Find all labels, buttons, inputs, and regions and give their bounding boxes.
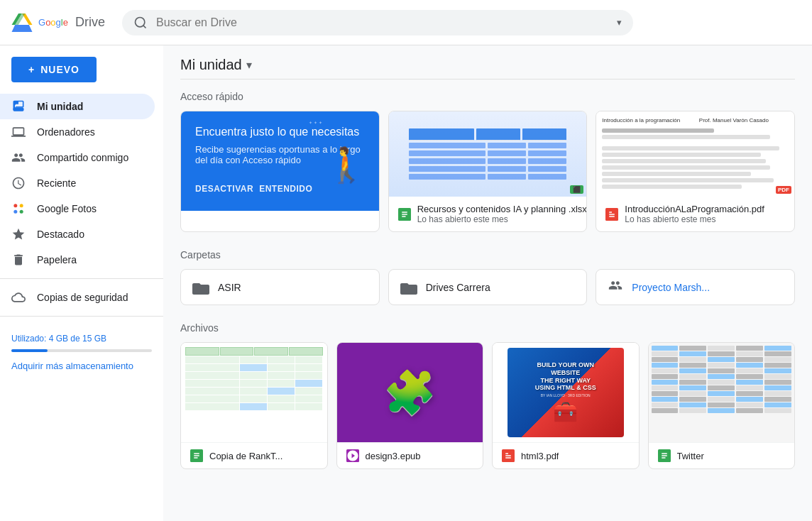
google-drive-logo[interactable]: Google Drive: [11, 13, 105, 32]
layout: + NUEVO Mi unidad Ordenadores Compartido…: [0, 45, 812, 521]
svg-rect-6: [13, 108, 24, 111]
files-grid: Copia de RankT... 🧩 design3.epub: [180, 342, 795, 469]
twitter-preview-rows: [652, 346, 792, 413]
html3-filename: html3.pdf: [521, 451, 559, 461]
xlsx-info: Recursos y contenidos IA y planning .xls…: [389, 197, 587, 231]
sidebar-label-trash: Papelera: [37, 254, 77, 265]
svg-point-10: [20, 210, 23, 214]
folders-title: Carpetas: [180, 249, 795, 260]
sidebar-label-recent: Reciente: [37, 177, 76, 189]
search-dropdown-icon[interactable]: ▾: [617, 17, 622, 28]
sidebar-label-computers: Ordenadores: [37, 126, 95, 138]
quick-access-grid: ✦ ✦ ✦ Encuentra justo lo que necesitas R…: [180, 111, 795, 232]
twitter-sheets-icon: [657, 449, 671, 463]
rankt-thumbnail: [181, 343, 327, 442]
recent-icon: [11, 176, 26, 190]
quick-card-pdf[interactable]: Introducción a la programación Prof. Man…: [596, 111, 795, 232]
sidebar: + NUEVO Mi unidad Ordenadores Compartido…: [0, 45, 163, 521]
promo-title: Encuentra justo lo que necesitas: [195, 126, 365, 138]
sidebar-item-starred[interactable]: Destacado: [0, 221, 155, 247]
sidebar-item-recent[interactable]: Reciente: [0, 170, 155, 196]
pdf-icon: [605, 207, 619, 221]
sidebar-separator: [0, 278, 163, 279]
html3-info: html3.pdf: [493, 442, 639, 468]
svg-point-7: [13, 204, 17, 207]
deactivate-button[interactable]: DESACTIVAR: [195, 181, 253, 197]
file-rankt[interactable]: Copia de RankT...: [180, 342, 328, 469]
twitter-filename: Twitter: [677, 451, 704, 461]
xlsx-thumbnail: ⬛: [389, 111, 587, 197]
storage-text: Utilizado: 4 GB de 15 GB: [11, 334, 106, 344]
twitter-thumbnail: [649, 343, 795, 442]
folder-icon: [400, 280, 417, 295]
html3-pdf-icon: [501, 449, 515, 463]
sidebar-item-computers[interactable]: Ordenadores: [0, 119, 155, 145]
computers-icon: [11, 125, 26, 139]
folder-drives-carrera[interactable]: Drives Carrera: [388, 269, 588, 305]
folder-drives-name: Drives Carrera: [426, 282, 490, 293]
sidebar-label-backup: Copias de seguridad: [37, 292, 128, 303]
logo-drive-text: Drive: [75, 15, 105, 30]
main-content: Mi unidad ▾ Acceso rápido ✦ ✦ ✦ Encuentr…: [163, 45, 812, 521]
search-bar: ▾: [122, 10, 633, 35]
sidebar-item-shared[interactable]: Compartido conmigo: [0, 145, 155, 170]
pdf-thumbnail: Introducción a la programación Prof. Man…: [596, 111, 794, 197]
svg-point-8: [20, 204, 23, 207]
epub-puzzle-icon: 🧩: [383, 368, 437, 418]
svg-point-4: [135, 17, 144, 26]
logo-google-text: Google: [38, 17, 68, 28]
quick-card-xlsx[interactable]: ⬛ Recursos y contenidos IA y planning .x…: [388, 111, 588, 232]
svg-line-5: [143, 25, 146, 28]
new-plus-icon: +: [28, 64, 35, 75]
storage-bar-fill: [11, 349, 48, 352]
search-input[interactable]: [156, 16, 608, 29]
design3-thumbnail: 🧩: [337, 343, 483, 442]
xlsx-text: Recursos y contenidos IA y planning .xls…: [417, 204, 587, 224]
my-drive-icon: [11, 99, 26, 114]
shared-folder-icon: [608, 278, 623, 296]
file-html3[interactable]: BUILD YOUR OWNWEBSITETHE RIGHT WAYUSING …: [492, 342, 640, 469]
twitter-info: Twitter: [649, 442, 795, 468]
files-title: Archivos: [180, 322, 795, 334]
sidebar-item-photos[interactable]: Google Fotos: [0, 196, 155, 221]
design3-filename: design3.epub: [366, 451, 421, 461]
epub-preview: 🧩: [337, 343, 483, 442]
rankt-filename: Copia de RankT...: [209, 451, 282, 461]
spreadsheet-preview: [389, 111, 587, 197]
html3-thumbnail: BUILD YOUR OWNWEBSITETHE RIGHT WAYUSING …: [493, 343, 639, 442]
design3-epub-icon: [346, 449, 360, 463]
quick-card-promo[interactable]: ✦ ✦ ✦ Encuentra justo lo que necesitas R…: [180, 111, 380, 232]
sheets-icon: [397, 207, 412, 221]
sidebar-item-backup[interactable]: Copias de seguridad: [0, 285, 155, 310]
backup-icon: [11, 290, 26, 305]
trash-icon: [11, 253, 26, 267]
new-button[interactable]: + NUEVO: [11, 57, 97, 82]
sidebar-separator-2: [0, 316, 163, 317]
pdf-text: IntroducciónALaProgramación.pdf Lo has a…: [625, 204, 786, 224]
folder-asir-name: ASIR: [218, 282, 241, 293]
folder-asir[interactable]: ASIR: [180, 269, 380, 305]
promo-figure: 🚶: [325, 146, 368, 185]
file-twitter[interactable]: Twitter: [648, 342, 796, 469]
storage-upgrade-link[interactable]: Adquirir más almacenamiento: [11, 361, 152, 371]
promo-dots: ✦ ✦ ✦: [309, 120, 322, 125]
sidebar-item-my-drive[interactable]: Mi unidad: [0, 94, 155, 119]
file-design3[interactable]: 🧩 design3.epub: [336, 342, 484, 469]
pdf-info: IntroducciónALaProgramación.pdf Lo has a…: [596, 197, 794, 231]
understood-button[interactable]: ENTENDIDO: [259, 181, 312, 197]
rankt-sheets-icon: [190, 449, 204, 463]
pdf-sub: Lo has abierto este mes: [625, 214, 786, 224]
pdf-name: IntroducciónALaProgramación.pdf: [625, 204, 786, 214]
folder-proyecto-marsh[interactable]: Proyecto Marsh...: [596, 269, 795, 305]
sidebar-item-trash[interactable]: Papelera: [0, 247, 155, 273]
page-title: Mi unidad ▾: [180, 57, 252, 73]
promo-content: ✦ ✦ ✦ Encuentra justo lo que necesitas R…: [181, 111, 379, 211]
sidebar-label-shared: Compartido conmigo: [37, 152, 128, 163]
title-chevron-icon[interactable]: ▾: [246, 58, 252, 72]
header: Google Drive ▾: [0, 0, 812, 45]
twitter-preview: [649, 343, 795, 442]
pdf-badge: PDF: [776, 186, 791, 194]
sidebar-label-starred: Destacado: [37, 229, 84, 240]
design3-info: design3.epub: [337, 442, 483, 468]
svg-point-9: [13, 210, 17, 214]
